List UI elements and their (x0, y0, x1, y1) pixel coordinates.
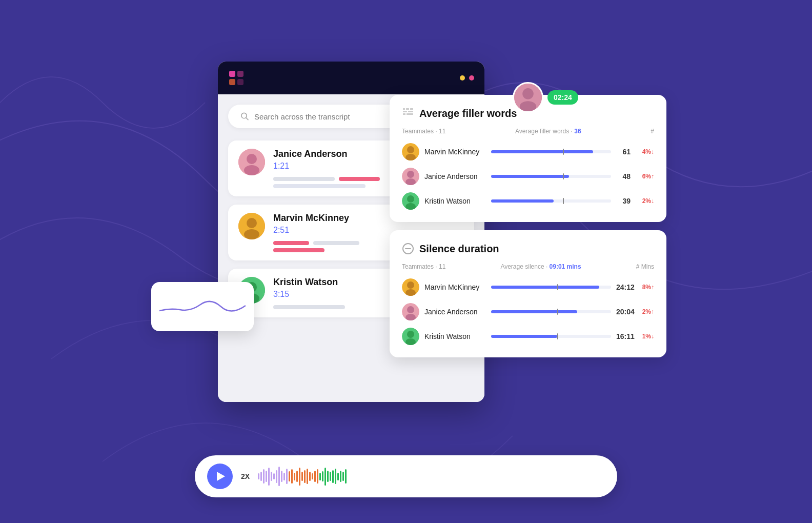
silence-row-marvin: Marvin McKinney 24:12 8%↑ (402, 278, 654, 296)
silence-avatar-marvin (402, 278, 419, 296)
svg-rect-0 (229, 71, 235, 77)
wave-bar (278, 467, 280, 486)
silence-subtitle: Teammates · 11 Average silence · 09:01 m… (402, 263, 654, 270)
bar-gray-1 (273, 177, 335, 181)
bar-pink-2b (273, 248, 324, 252)
svg-point-4 (241, 113, 247, 118)
silence-panel: Silence duration Teammates · 11 Average … (390, 230, 666, 357)
timer-badge: 02:24 (547, 90, 578, 105)
filler-name-marvin: Marvin McKinney (424, 148, 486, 156)
silence-bar-fill-janice (491, 310, 577, 313)
svg-rect-3 (237, 79, 243, 85)
silence-avatar-kristin (402, 328, 419, 345)
filler-change-marvin: 4%↓ (636, 148, 654, 155)
filler-bar-fill-marvin (491, 150, 593, 153)
wave-bar (345, 469, 347, 484)
wave-bar (327, 471, 329, 482)
filler-avatar-marvin (402, 143, 419, 160)
silence-title: Silence duration (402, 243, 654, 255)
silence-row-kristin: Kristin Watson 16:11 1%↓ (402, 328, 654, 345)
app-logo (228, 70, 245, 86)
filler-change-janice: 6%↑ (636, 173, 654, 180)
wave-bar (258, 473, 259, 479)
top-avatar-area: 02:24 (513, 82, 578, 113)
filler-avatar-kristin (402, 192, 419, 210)
filler-row-janice: Janice Anderson 48 6%↑ (402, 168, 654, 185)
bar-light-1 (273, 184, 366, 188)
chart-widget (151, 282, 254, 331)
dot-pink (469, 75, 474, 81)
wave-bar (332, 470, 334, 483)
audio-player: 2X (195, 455, 617, 497)
svg-rect-17 (403, 108, 405, 110)
wave-bar (309, 472, 311, 481)
filler-bar-fill-kristin (491, 199, 554, 203)
wave-bar (304, 470, 306, 483)
top-avatar-circle (513, 82, 543, 113)
wave-bar (322, 471, 323, 481)
silence-count-kristin: 16:11 (616, 332, 631, 340)
silence-bar-marker-marvin (557, 284, 558, 290)
grid-icon (402, 107, 414, 119)
avatar-marvin-img (238, 213, 265, 239)
silence-change-marvin: 8%↑ (636, 284, 654, 291)
silence-bar-track-kristin (491, 335, 611, 338)
filler-row-kristin: Kristin Watson 39 2%↓ (402, 192, 654, 210)
dot-yellow (460, 75, 465, 81)
filler-name-janice: Janice Anderson (424, 172, 486, 180)
wave-bar (330, 472, 331, 481)
right-panels: Average filler words Teammates · 11 Aver… (390, 95, 666, 357)
svg-point-7 (244, 165, 259, 175)
avatar-marvin (238, 213, 265, 239)
bar-pink-2a (273, 241, 309, 245)
wave-bar (324, 468, 326, 486)
svg-point-38 (407, 306, 414, 313)
avatar-janice-img (238, 149, 265, 175)
bar-gray-2 (313, 241, 359, 245)
wave-bar (283, 473, 285, 480)
filler-row-marvin: Marvin McKinney 61 4%↓ (402, 143, 654, 160)
filler-bar-marker-kristin (563, 198, 564, 204)
minus-circle-icon (402, 243, 414, 255)
wave-bar (307, 469, 308, 484)
filler-avatar-kristin-img (402, 192, 419, 210)
svg-rect-21 (408, 111, 413, 112)
wave-bar (289, 471, 290, 481)
silence-avatar-kristin-img (402, 328, 419, 345)
silence-avatar-marvin-img (402, 278, 419, 296)
silence-row-janice: Janice Anderson 20:04 2%↑ (402, 303, 654, 320)
filler-change-kristin: 2%↓ (636, 197, 654, 205)
play-icon (217, 472, 225, 481)
silence-name-kristin: Kristin Watson (424, 332, 486, 340)
svg-rect-1 (237, 71, 243, 77)
wave-bar (319, 473, 321, 480)
wave-bar (291, 469, 293, 484)
wave-bar (296, 471, 298, 482)
wave-bar (314, 471, 316, 482)
waveform (258, 466, 605, 487)
svg-rect-2 (229, 79, 235, 85)
wave-bar (276, 470, 277, 483)
svg-rect-18 (406, 108, 409, 110)
sparkline-chart (159, 290, 246, 321)
svg-point-28 (407, 171, 414, 178)
wave-bar (294, 473, 295, 480)
wave-bar (342, 472, 344, 481)
svg-point-6 (247, 154, 257, 164)
search-icon (240, 112, 249, 121)
silence-avatar-janice-img (402, 303, 419, 320)
silence-count-marvin: 24:12 (616, 283, 631, 291)
wave-bar (271, 472, 272, 481)
svg-point-35 (407, 281, 414, 289)
filler-count-kristin: 39 (616, 197, 631, 205)
svg-rect-19 (410, 108, 413, 110)
play-button[interactable] (207, 464, 233, 489)
silence-change-janice: 2%↑ (636, 308, 654, 315)
svg-point-16 (520, 101, 536, 112)
silence-name-janice: Janice Anderson (424, 308, 486, 316)
filler-bar-track-marvin (491, 150, 611, 153)
silence-bar-fill-kristin (491, 335, 557, 338)
svg-point-9 (247, 218, 257, 228)
filler-name-kristin: Kristin Watson (424, 197, 486, 205)
filler-words-panel: Average filler words Teammates · 11 Aver… (390, 95, 666, 222)
